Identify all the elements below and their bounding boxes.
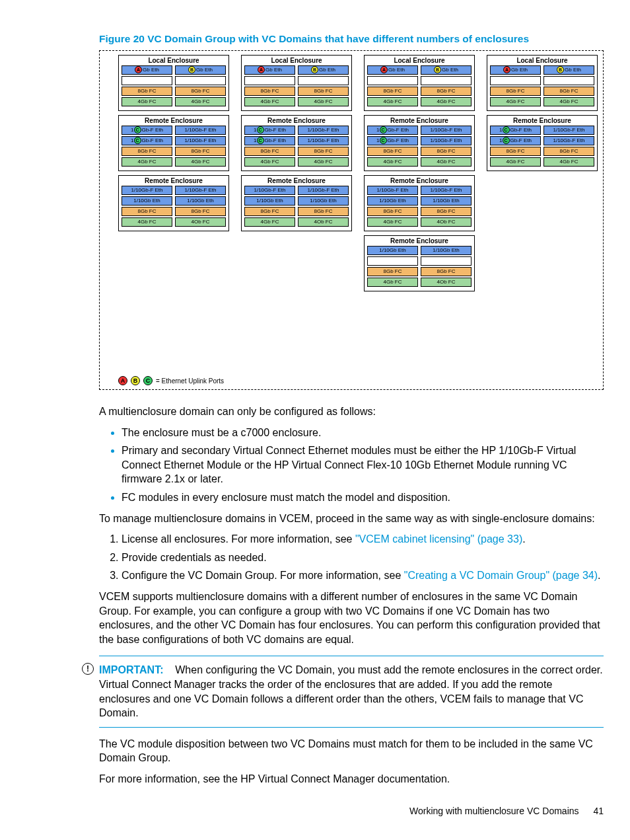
numbered-list: License all enclosures. For more informa… (99, 532, 604, 583)
important-callout: ! IMPORTANT: When configuring the VC Dom… (99, 656, 604, 727)
module-slot: 8Gb FC (543, 87, 594, 96)
module-slot: 1/10Gb-F Eth (298, 186, 349, 195)
port-dot-b: B (311, 66, 318, 73)
module-slot: 4Gb FC (244, 157, 295, 167)
module-slot: 8Gb FC (490, 87, 541, 96)
module-slot: AGb Eth (367, 65, 418, 75)
module-slot: 4Gb FC (543, 157, 594, 167)
module-slot: 4Gb FC (367, 157, 418, 167)
module-slot: BGb Eth (421, 65, 472, 75)
port-dot-b: B (188, 66, 195, 73)
module-slot: 1CGb-F Eth (244, 136, 295, 145)
module-slot: 1/10Gb-F Eth (421, 126, 472, 135)
module-slot: 1/10Gb Eth (367, 196, 418, 206)
module-slot: 4Gb FC (244, 97, 295, 106)
port-dot-a: A (258, 66, 265, 73)
module-slot: 8Gb FC (367, 267, 418, 276)
enclosure-box: Remote Enclosure1CGb-F Eth1/10Gb-F Eth1C… (241, 115, 352, 171)
port-dot-c: C (257, 126, 264, 134)
link-create-vc-domain-group[interactable]: "Creating a VC Domain Group" (page 34) (404, 570, 598, 581)
module-slot: 8Gb FC (367, 147, 418, 156)
enclosure-box: Remote Enclosure1/10Gb-F Eth1/10Gb-F Eth… (364, 175, 475, 231)
module-slot: 8Gb FC (421, 147, 472, 156)
link-vcem-licensing[interactable]: "VCEM cabinet licensing" (page 33) (355, 533, 522, 545)
enclosure-box: Local EnclosureAGb EthBGb Eth8Gb FC8Gb F… (118, 55, 229, 111)
port-dot-c: C (380, 137, 387, 144)
port-dot-a: A (380, 66, 388, 73)
module-slot: AGb Eth (244, 65, 295, 75)
module-slot: 1/10Gb-F Eth (543, 126, 594, 135)
enclosure-box: Remote Enclosure1CGb-F Eth1/10Gb-F Eth1C… (364, 115, 475, 171)
enclosure-title: Local Enclosure (244, 57, 349, 64)
module-slot: 1/10Gb-F Eth (367, 186, 418, 195)
text: . (522, 533, 525, 545)
module-slot: 1/10Gb-F Eth (175, 186, 226, 195)
module-slot: 1/10Gb-F Eth (298, 126, 349, 135)
enclosure-box: Remote Enclosure1CGb-F Eth1/10Gb-F Eth1C… (487, 115, 598, 171)
module-slot: 8Gb FC (244, 147, 295, 156)
module-slot: 1/10Gb Eth (298, 196, 349, 206)
legend-dot-c: C (143, 376, 153, 385)
text: Configure the VC Domain Group. For more … (122, 570, 404, 581)
module-slot: 8Gb FC (490, 147, 541, 156)
port-dot-c: C (134, 126, 141, 134)
module-slot: 8Gb FC (122, 147, 172, 156)
port-dot-c: C (380, 126, 387, 134)
enclosure-title: Remote Enclosure (490, 117, 594, 124)
figure-caption: Figure 20 VC Domain Group with VC Domain… (99, 33, 604, 45)
enclosure-title: Remote Enclosure (367, 117, 472, 124)
figure-diagram: Local EnclosureAGb EthBGb Eth8Gb FC8Gb F… (99, 50, 604, 390)
port-dot-b: B (434, 66, 441, 73)
module-slot: 4Ob FC (421, 278, 472, 287)
module-slot: 1CGb-F Eth (490, 136, 541, 145)
module-slot: 1/10Gb Eth (244, 196, 295, 206)
paragraph: To manage multienclosure domains in VCEM… (99, 512, 604, 526)
module-slot: 1/10Gb-F Eth (421, 136, 472, 145)
module-slot: 8Gb FC (421, 267, 472, 276)
list-item: FC modules in every enclosure must match… (122, 490, 604, 505)
module-slot: 8Gb FC (244, 87, 295, 96)
diagram-column: Local EnclosureAGb EthBGb Eth8Gb FC8Gb F… (241, 55, 352, 291)
module-slot (367, 256, 418, 266)
module-slot: 4Gb FC (367, 278, 418, 287)
module-slot: 1/10Gb-F Eth (175, 136, 226, 145)
module-slot: 8Gb FC (298, 87, 349, 96)
important-icon: ! (82, 663, 94, 675)
enclosure-title: Remote Enclosure (244, 177, 349, 184)
diagram-column: Local EnclosureAGb EthBGb Eth8Gb FC8Gb F… (364, 55, 475, 291)
module-slot: 8Gb FC (122, 87, 172, 96)
module-slot: 1CGb-F Eth (122, 136, 172, 145)
enclosure-box: Remote Enclosure1/10Gb-F Eth1/10Gb-F Eth… (118, 175, 229, 231)
list-item: License all enclosures. For more informa… (122, 532, 604, 547)
module-slot: BGb Eth (175, 65, 226, 75)
module-slot (244, 76, 295, 85)
module-slot: 4Gb FC (175, 157, 226, 167)
enclosure-title: Local Enclosure (122, 57, 226, 64)
module-slot: 4Gb FC (122, 97, 172, 106)
module-slot (298, 76, 349, 85)
module-slot: BGb Eth (298, 65, 349, 75)
module-slot: 4Gb FC (421, 97, 472, 106)
enclosure-box: Remote Enclosure1/10Gb-F Eth1/10Gb-F Eth… (241, 175, 352, 231)
module-slot (421, 256, 472, 266)
module-slot: 1/10Gb Eth (175, 196, 226, 206)
module-slot: 8Gb FC (543, 147, 594, 156)
module-slot: 8Gb FC (175, 87, 226, 96)
module-slot: 1CGb-F Eth (367, 136, 418, 145)
bullet-list: The enclosure must be a c7000 enclosure.… (99, 426, 604, 505)
module-slot: 8Gb FC (421, 207, 472, 216)
module-slot (543, 76, 594, 85)
module-slot: 8Gb FC (175, 207, 226, 216)
module-slot: 4Gb FC (122, 217, 172, 227)
module-slot: 4Ob FC (421, 217, 472, 227)
module-slot: 1CGb-F Eth (367, 126, 418, 135)
module-slot (122, 76, 172, 85)
figure-legend: A B C = Ethernet Uplink Ports (118, 376, 224, 385)
module-slot: 4Ob FC (298, 217, 349, 227)
paragraph: The VC module disposition between two VC… (99, 737, 604, 765)
enclosure-title: Remote Enclosure (367, 237, 472, 245)
enclosure-title: Remote Enclosure (122, 117, 226, 124)
module-slot: 8Gb FC (421, 87, 472, 96)
list-item: Configure the VC Domain Group. For more … (122, 568, 604, 583)
module-slot: 1/10Gb Eth (421, 196, 472, 206)
